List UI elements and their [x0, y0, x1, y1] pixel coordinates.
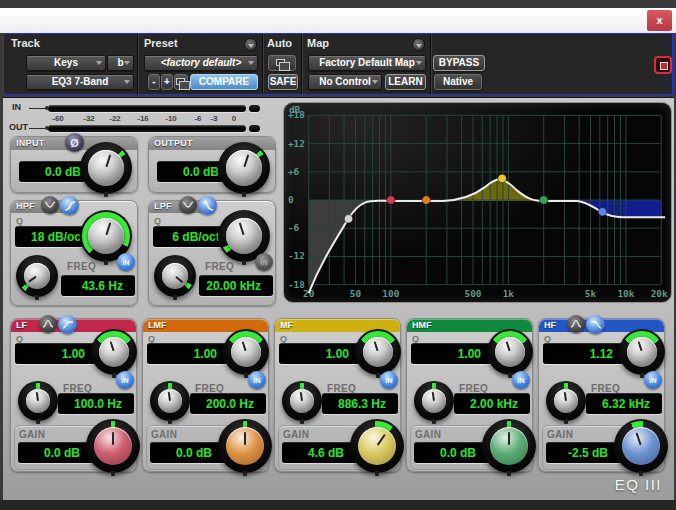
- graph-point-hpf[interactable]: [344, 215, 353, 224]
- band-q-display[interactable]: 1.00: [15, 343, 103, 364]
- preset-decrement-button[interactable]: -: [148, 74, 160, 90]
- target-button[interactable]: [654, 56, 672, 74]
- band-gain-knob[interactable]: [218, 419, 272, 473]
- band-gain-knob[interactable]: [86, 419, 140, 473]
- graph-point-lmf[interactable]: [422, 196, 431, 205]
- compare-button[interactable]: COMPARE: [190, 74, 258, 90]
- control-selector[interactable]: No Control: [308, 74, 382, 90]
- band-in-button[interactable]: IN: [116, 371, 134, 389]
- band-gain-knob[interactable]: [482, 419, 536, 473]
- band-freq-knob[interactable]: [414, 381, 454, 421]
- hpf-freq-knob[interactable]: [16, 255, 58, 297]
- band-q-knob[interactable]: [619, 329, 665, 375]
- band-shelf-type-button[interactable]: [586, 315, 605, 334]
- band-freq-knob[interactable]: [546, 381, 586, 421]
- band-in-button[interactable]: IN: [512, 371, 530, 389]
- band-gain-knob[interactable]: [614, 419, 668, 473]
- hpf-slope-type-button[interactable]: [60, 196, 79, 215]
- map-selector[interactable]: Factory Default Map: [308, 55, 426, 71]
- lpf-freq-display[interactable]: 20.00 kHz: [199, 275, 273, 296]
- band-in-button[interactable]: IN: [380, 371, 398, 389]
- header-divider: [301, 34, 302, 94]
- hpf-freq-display[interactable]: 43.6 Hz: [61, 275, 135, 296]
- band-label: HMF: [412, 320, 432, 330]
- lpf-slope-type-button[interactable]: [198, 196, 217, 215]
- graph-axis-tick: 20: [303, 288, 315, 299]
- graph-axis-tick: 5k: [585, 288, 597, 299]
- band-label: LMF: [148, 320, 167, 330]
- graph-point-lf[interactable]: [387, 196, 396, 205]
- dropdown-triangle-icon: [248, 61, 254, 65]
- desktop-background: [0, 500, 676, 510]
- graph-axis-tick: 100: [382, 288, 399, 299]
- preset-librarian-button[interactable]: [174, 74, 188, 90]
- band-freq-display[interactable]: 886.3 Hz: [322, 393, 398, 414]
- preset-selector[interactable]: <factory default>: [144, 55, 258, 71]
- band-q-knob[interactable]: [223, 329, 269, 375]
- hpf-label: HPF: [16, 201, 35, 211]
- input-gain-knob[interactable]: [80, 142, 132, 194]
- shelf-icon: [591, 322, 601, 328]
- band-freq-knob[interactable]: [150, 381, 190, 421]
- meter-pointer-line: [29, 128, 45, 129]
- header-divider: [262, 34, 263, 94]
- band-q-display[interactable]: 1.00: [147, 343, 235, 364]
- preset-value: <factory default>: [161, 57, 242, 68]
- band-gain-knob[interactable]: [350, 419, 404, 473]
- bypass-button[interactable]: BYPASS: [433, 55, 485, 71]
- lpf-in-button[interactable]: IN: [255, 253, 273, 271]
- hpf-notch-type-button[interactable]: [41, 196, 59, 214]
- band-peak-type-button[interactable]: [567, 315, 585, 333]
- playlist-selector[interactable]: b: [107, 55, 134, 71]
- control-value: No Control: [319, 76, 371, 87]
- input-meter-label: IN: [12, 102, 21, 112]
- band-q-knob[interactable]: [91, 329, 137, 375]
- lpf-freq-knob[interactable]: [154, 255, 196, 297]
- preset-menu-chevron-icon[interactable]: [244, 38, 257, 51]
- output-gain-knob[interactable]: [218, 142, 270, 194]
- graph-point-mf[interactable]: [498, 174, 507, 183]
- output-clip-led[interactable]: [249, 125, 260, 132]
- safe-button[interactable]: SAFE: [268, 74, 298, 90]
- graph-point-hmf[interactable]: [539, 196, 548, 205]
- band-q-knob[interactable]: [487, 329, 533, 375]
- native-format-button[interactable]: Native: [434, 74, 482, 90]
- band-freq-display[interactable]: 200.0 Hz: [190, 393, 266, 414]
- eq3-logo: EQ III: [615, 476, 662, 493]
- input-panel: INPUT Ø 0.0 dB: [10, 136, 138, 193]
- band-freq-display[interactable]: 6.32 kHz: [586, 393, 662, 414]
- band-in-button[interactable]: IN: [644, 371, 662, 389]
- band-peak-type-button[interactable]: [39, 315, 57, 333]
- band-freq-knob[interactable]: [18, 381, 58, 421]
- phase-invert-button[interactable]: Ø: [65, 133, 84, 152]
- notch-icon: [183, 202, 193, 207]
- graph-point-hf[interactable]: [598, 208, 607, 217]
- window-close-button[interactable]: x: [647, 10, 672, 31]
- band-shelf-type-button[interactable]: [58, 315, 77, 334]
- band-q-display[interactable]: 1.00: [411, 343, 499, 364]
- band-q-knob[interactable]: [355, 329, 401, 375]
- preset-increment-button[interactable]: +: [161, 74, 173, 90]
- meter-scale-tick: -60: [52, 114, 64, 123]
- band-in-button[interactable]: IN: [248, 371, 266, 389]
- map-menu-chevron-icon[interactable]: [412, 38, 425, 51]
- band-q-display[interactable]: 1.12: [543, 343, 631, 364]
- lpf-notch-type-button[interactable]: [179, 196, 197, 214]
- plugin-selector[interactable]: EQ3 7-Band: [26, 74, 134, 90]
- meter-scale: -60-32-22-16-10-6-30: [3, 114, 283, 123]
- band-freq-display[interactable]: 2.00 kHz: [454, 393, 530, 414]
- learn-button[interactable]: LEARN: [385, 74, 426, 90]
- band-freq-display[interactable]: 100.0 Hz: [58, 393, 134, 414]
- eq-frequency-response-graph[interactable]: dB+18+12+60-6-12-1820501005001k5k10k20k: [283, 102, 672, 303]
- lpf-label: LPF: [154, 201, 172, 211]
- track-name-selector[interactable]: Keys: [26, 55, 106, 71]
- input-clip-led[interactable]: [249, 105, 260, 112]
- shelf-icon: [63, 322, 73, 328]
- peak-icon: [571, 321, 581, 328]
- band-gain-label: GAIN: [151, 429, 177, 440]
- hpf-in-button[interactable]: IN: [117, 253, 135, 271]
- auto-window-button[interactable]: [268, 55, 296, 71]
- dropdown-triangle-icon: [416, 61, 422, 65]
- band-freq-knob[interactable]: [282, 381, 322, 421]
- band-q-display[interactable]: 1.00: [279, 343, 367, 364]
